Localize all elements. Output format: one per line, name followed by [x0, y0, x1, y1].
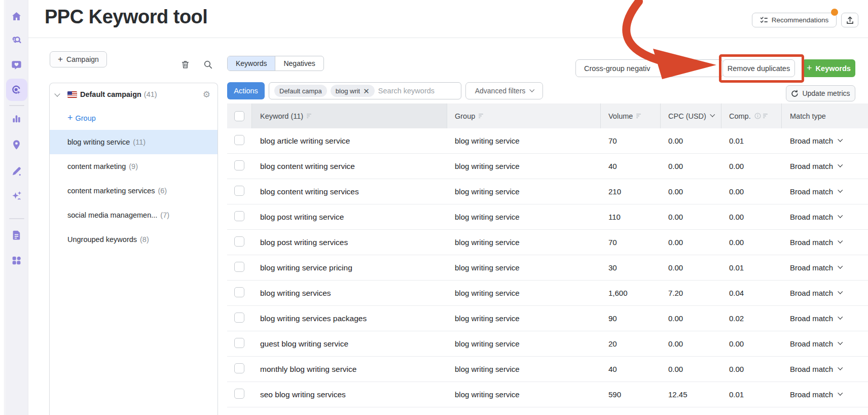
apps-grid-icon[interactable]: [7, 250, 27, 270]
column-header-cpc[interactable]: CPC (USD): [661, 103, 721, 128]
column-header-volume[interactable]: Volume: [601, 103, 661, 128]
update-metrics-button[interactable]: Update metrics: [786, 85, 855, 101]
group-name: Ungrouped keywords: [67, 235, 137, 244]
volume-cell: 590: [601, 390, 661, 399]
chevron-down-icon: [838, 340, 843, 345]
row-checkbox[interactable]: [234, 211, 244, 221]
advanced-filters-button[interactable]: Advanced filters: [465, 82, 543, 99]
tab-negatives[interactable]: Negatives: [275, 56, 323, 71]
add-keywords-button[interactable]: + Keywords: [802, 59, 855, 77]
match-type-dropdown[interactable]: Broad match: [790, 314, 868, 323]
column-header-group[interactable]: Group: [447, 103, 601, 128]
chevron-down-icon: [530, 87, 535, 92]
search-icon[interactable]: [201, 57, 215, 72]
keywords-table: Keyword (11) Group Volume CPC (USD) Comp…: [227, 103, 868, 407]
tab-keywords[interactable]: Keywords: [228, 56, 275, 71]
row-checkbox[interactable]: [234, 236, 244, 247]
match-type-dropdown[interactable]: Broad match: [790, 238, 868, 247]
group-item[interactable]: blog writing service (11): [50, 130, 218, 154]
group-count: (8): [140, 235, 149, 244]
keyword-cell: blog article writing service: [252, 136, 447, 146]
column-header-comp[interactable]: Comp.: [721, 103, 782, 128]
chevron-down-icon: [838, 391, 843, 396]
search-keywords-input[interactable]: [378, 87, 456, 95]
table-row: seo blog writing services blog writing s…: [227, 382, 868, 407]
sidebar-divider: [9, 218, 24, 219]
close-icon[interactable]: ✕: [363, 87, 370, 95]
refresh-icon: [791, 90, 799, 97]
group-cell: blog writing service: [447, 162, 601, 170]
match-type-dropdown[interactable]: Broad match: [790, 289, 868, 297]
chevron-down-icon[interactable]: [710, 112, 715, 117]
row-checkbox[interactable]: [234, 389, 244, 399]
column-header-keyword[interactable]: Keyword (11): [252, 103, 447, 128]
edit-pencil-icon[interactable]: [7, 161, 27, 181]
gear-icon[interactable]: ⚙: [203, 89, 210, 100]
row-checkbox[interactable]: [234, 363, 244, 373]
ppc-tool-icon[interactable]: [7, 80, 27, 100]
select-all-checkbox[interactable]: [234, 111, 244, 121]
bar-chart-icon[interactable]: [7, 108, 27, 128]
group-item[interactable]: Ungrouped keywords (8): [50, 227, 218, 252]
group-cell: blog writing service: [447, 136, 601, 145]
match-type-dropdown[interactable]: Broad match: [790, 213, 868, 221]
keyword-cell: blog writing services: [252, 289, 447, 298]
row-checkbox[interactable]: [234, 338, 244, 348]
remove-duplicates-button[interactable]: Remove duplicates: [722, 59, 795, 77]
match-type-dropdown[interactable]: Broad match: [790, 263, 868, 272]
group-cell: blog writing service: [447, 339, 601, 348]
group-item[interactable]: social media managemen... (7): [50, 203, 218, 227]
row-checkbox[interactable]: [234, 287, 244, 297]
group-cell: blog writing service: [447, 314, 601, 323]
cross-group-negatives-button[interactable]: Cross-group negativ: [575, 59, 724, 77]
filter-chip-campaign[interactable]: Default campa: [274, 85, 327, 97]
match-type-dropdown[interactable]: Broad match: [790, 390, 868, 399]
group-name: social media managemen...: [67, 211, 157, 219]
match-type-dropdown[interactable]: Broad match: [790, 339, 868, 348]
row-checkbox[interactable]: [234, 186, 244, 196]
comp-cell: 0.01: [721, 390, 782, 399]
row-checkbox[interactable]: [234, 262, 244, 272]
research-icon[interactable]: [7, 29, 27, 49]
filter-chip-query[interactable]: blog writ ✕: [331, 85, 375, 97]
keyword-search-box[interactable]: Default campa blog writ ✕: [269, 82, 461, 99]
campaign-count: (41): [144, 90, 157, 98]
ai-sparkles-icon[interactable]: [7, 185, 27, 205]
keyword-cell: blog content writing services: [252, 187, 447, 196]
keyword-cell: blog writing services packages: [252, 314, 447, 323]
match-type-dropdown[interactable]: Broad match: [790, 365, 868, 373]
report-document-icon[interactable]: [7, 225, 27, 245]
row-checkbox[interactable]: [234, 313, 244, 323]
match-type-dropdown[interactable]: Broad match: [790, 187, 868, 196]
location-pin-icon[interactable]: [7, 134, 27, 155]
column-header-match-type: Match type: [782, 103, 868, 128]
row-checkbox[interactable]: [234, 135, 244, 145]
match-type-dropdown[interactable]: Broad match: [790, 162, 868, 170]
add-group-button[interactable]: + Group: [50, 107, 218, 130]
add-campaign-button[interactable]: + Campaign: [50, 51, 107, 67]
export-button[interactable]: [841, 13, 858, 27]
group-item[interactable]: content marketing (9): [50, 154, 218, 179]
recommendations-button[interactable]: Recommendations: [752, 13, 837, 27]
plus-icon: +: [67, 113, 73, 122]
keyword-cell: blog writing service pricing: [252, 263, 447, 272]
export-icon: [846, 16, 854, 24]
social-feedback-icon[interactable]: [7, 55, 27, 75]
chevron-down-icon: [838, 365, 843, 370]
comp-cell: 0.01: [721, 136, 782, 145]
comp-cell: 0.04: [721, 289, 782, 297]
page-title: PPC Keyword tool: [45, 6, 207, 28]
chevron-down-icon: [838, 213, 843, 218]
trash-icon[interactable]: [178, 57, 192, 72]
chip-label: blog writ: [336, 87, 360, 95]
match-type-dropdown[interactable]: Broad match: [790, 136, 868, 145]
group-item[interactable]: content marketing services (6): [50, 179, 218, 203]
comp-cell: 0.00: [721, 213, 782, 221]
group-name: content marketing: [67, 162, 126, 170]
chevron-down-icon: [838, 315, 843, 320]
chevron-down-icon[interactable]: [54, 91, 60, 96]
campaign-row[interactable]: Default campaign(41) ⚙: [50, 83, 218, 107]
actions-button[interactable]: Actions: [227, 82, 265, 99]
row-checkbox[interactable]: [234, 160, 244, 170]
home-icon[interactable]: [7, 6, 27, 26]
